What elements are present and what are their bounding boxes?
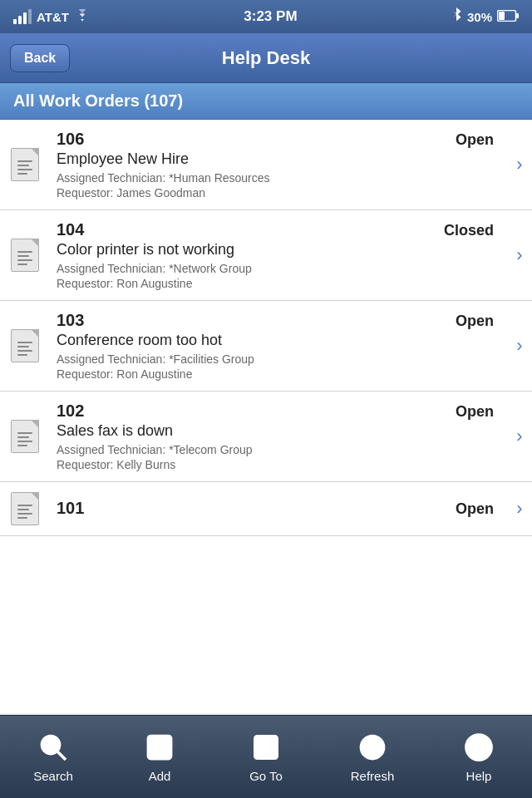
signal-bar-3 xyxy=(23,12,27,24)
wo-doc-icon xyxy=(0,301,50,391)
tab-add[interactable]: Add xyxy=(106,716,213,798)
nav-title: Help Desk xyxy=(222,47,310,69)
wo-title: Sales fax is down xyxy=(57,422,500,440)
signal-bars xyxy=(13,9,32,24)
work-order-item[interactable]: 104 Closed Color printer is not working … xyxy=(0,210,532,301)
wo-content: 104 Closed Color printer is not working … xyxy=(50,210,507,300)
back-button[interactable]: Back xyxy=(10,44,70,72)
work-order-item[interactable]: 102 Open Sales fax is down Assigned Tech… xyxy=(0,392,532,482)
wo-tech: Assigned Technician: *Network Group xyxy=(57,262,500,275)
work-order-item[interactable]: 106 Open Employee New Hire Assigned Tech… xyxy=(0,120,532,210)
carrier-label: AT&T xyxy=(37,10,69,24)
battery-icon xyxy=(497,10,519,24)
tab-refresh[interactable]: Refresh xyxy=(319,716,426,798)
chevron-right-icon: › xyxy=(507,210,532,300)
wo-content: 106 Open Employee New Hire Assigned Tech… xyxy=(50,120,507,209)
svg-line-4 xyxy=(57,751,66,760)
wo-title: Color printer is not working xyxy=(57,241,500,259)
work-order-item[interactable]: 103 Open Conference room too hot Assigne… xyxy=(0,301,532,392)
wo-number: 102 xyxy=(57,401,84,421)
wo-status: Open xyxy=(456,313,494,330)
wifi-icon xyxy=(74,9,91,25)
search-icon xyxy=(37,731,70,764)
tab-goto-label: Go To xyxy=(249,769,283,783)
wo-number: 106 xyxy=(57,130,84,149)
tab-bar: Search Add # Go To xyxy=(0,715,532,798)
status-left: AT&T xyxy=(13,9,91,25)
signal-bar-4 xyxy=(28,9,32,24)
tab-search-label: Search xyxy=(33,769,73,783)
svg-text:?: ? xyxy=(475,738,486,757)
goto-icon: # xyxy=(249,731,283,764)
wo-number: 103 xyxy=(57,311,84,330)
tab-search[interactable]: Search xyxy=(0,716,106,798)
tab-help[interactable]: ? Help xyxy=(426,716,532,798)
section-header: All Work Orders (107) xyxy=(0,83,532,120)
tab-goto[interactable]: # Go To xyxy=(213,716,319,798)
svg-rect-2 xyxy=(499,12,505,20)
status-right: 30% xyxy=(451,7,519,27)
wo-tech: Assigned Technician: *Telecom Group xyxy=(57,443,500,456)
work-order-item[interactable]: 101 Open › xyxy=(0,482,532,536)
wo-content: 101 Open xyxy=(50,482,507,535)
wo-title: Employee New Hire xyxy=(57,150,500,168)
refresh-icon xyxy=(356,731,389,764)
wo-doc-icon xyxy=(0,210,50,300)
work-orders-list: 106 Open Employee New Hire Assigned Tech… xyxy=(0,120,532,713)
wo-doc-icon xyxy=(0,120,50,209)
wo-requestor: Requestor: Ron Augustine xyxy=(57,367,500,381)
wo-status: Closed xyxy=(444,222,494,239)
svg-point-3 xyxy=(42,736,60,754)
svg-rect-1 xyxy=(516,13,519,18)
wo-requestor: Requestor: Ron Augustine xyxy=(57,277,500,290)
wo-content: 103 Open Conference room too hot Assigne… xyxy=(50,301,507,391)
add-icon xyxy=(143,731,176,764)
bluetooth-icon xyxy=(451,7,462,27)
chevron-right-icon: › xyxy=(507,392,532,481)
wo-doc-icon xyxy=(0,482,50,535)
wo-number: 104 xyxy=(57,220,84,239)
tab-add-label: Add xyxy=(149,769,171,783)
help-icon: ? xyxy=(462,731,495,764)
wo-status: Open xyxy=(456,131,494,149)
wo-requestor: Requestor: James Goodman xyxy=(57,186,500,200)
chevron-right-icon: › xyxy=(507,301,532,391)
tab-help-label: Help xyxy=(466,769,492,783)
battery-label: 30% xyxy=(467,10,492,24)
tab-refresh-label: Refresh xyxy=(351,769,395,783)
status-bar: AT&T 3:23 PM 30% xyxy=(0,0,532,33)
chevron-right-icon: › xyxy=(507,120,532,209)
wo-requestor: Requestor: Kelly Burns xyxy=(57,458,500,471)
wo-tech: Assigned Technician: *Human Resources xyxy=(57,171,500,185)
wo-title: Conference room too hot xyxy=(57,332,500,349)
wo-status: Open xyxy=(456,500,494,518)
wo-status: Open xyxy=(456,403,494,421)
signal-bar-2 xyxy=(18,16,22,24)
chevron-right-icon: › xyxy=(507,482,532,535)
wo-number: 101 xyxy=(57,499,84,518)
wo-tech: Assigned Technician: *Facilities Group xyxy=(57,352,500,366)
signal-bar-1 xyxy=(13,19,17,24)
status-time: 3:23 PM xyxy=(244,8,297,25)
wo-doc-icon xyxy=(0,392,50,481)
svg-point-13 xyxy=(362,736,384,759)
nav-bar: Back Help Desk xyxy=(0,33,532,83)
wo-content: 102 Open Sales fax is down Assigned Tech… xyxy=(50,392,507,481)
